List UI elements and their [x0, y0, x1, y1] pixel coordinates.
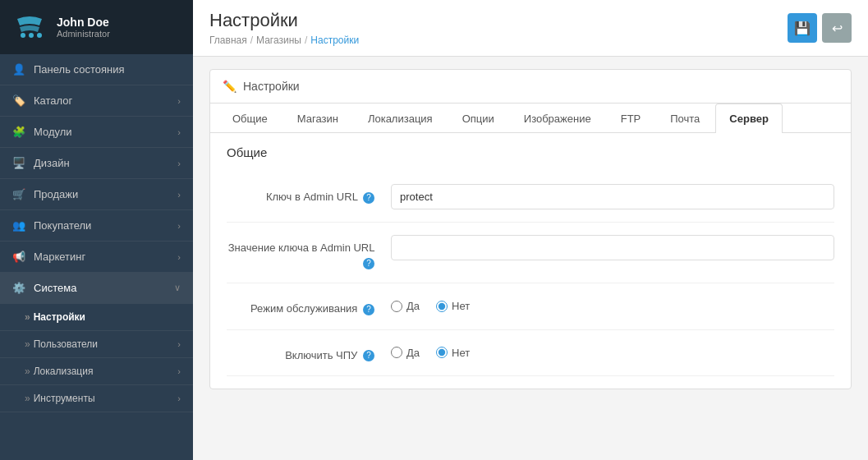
- help-icon-admin-url-key-value[interactable]: ?: [363, 258, 374, 269]
- panel-icon: 👤: [12, 63, 25, 76]
- sidebar-sub-item-localization[interactable]: »Локализация ›: [0, 358, 193, 385]
- save-icon: 💾: [794, 21, 811, 36]
- sidebar-item-panel[interactable]: 👤 Панель состояния: [0, 54, 193, 85]
- help-icon-maintenance[interactable]: ?: [363, 304, 374, 315]
- radio-seo-no[interactable]: Нет: [436, 347, 470, 359]
- tabs-bar: Общие Магазин Локализация Опции Изображе…: [210, 104, 851, 133]
- sidebar-label-catalog: Каталог: [34, 94, 72, 107]
- logo-icon: [12, 10, 47, 44]
- sidebar-item-design[interactable]: 🖥️ Дизайн ›: [0, 148, 193, 179]
- sub-label-settings: Настройки: [34, 311, 85, 323]
- radio-group-maintenance: Да Нет: [391, 296, 834, 312]
- radio-group-seo: Да Нет: [391, 343, 834, 359]
- user-name: John Doe: [57, 16, 110, 29]
- save-button[interactable]: 💾: [788, 13, 817, 43]
- form-row-admin-url-key-value: Значение ключа в Admin URL ?: [227, 223, 834, 283]
- tab-image[interactable]: Изображение: [510, 104, 605, 133]
- chevron-right-icon: ›: [177, 252, 181, 262]
- content-area: ✏️ Настройки Общие Магазин Локализация О…: [193, 57, 868, 460]
- chevron-right-icon: ›: [177, 221, 181, 231]
- section-title: Общие: [227, 145, 834, 159]
- sidebar-item-sales[interactable]: 🛒 Продажи ›: [0, 179, 193, 210]
- control-maintenance: Да Нет: [391, 296, 834, 312]
- settings-card: ✏️ Настройки Общие Магазин Локализация О…: [209, 69, 852, 389]
- sidebar-label-sales: Продажи: [34, 188, 78, 200]
- page-title: Настройки: [209, 10, 359, 31]
- breadcrumb-shops[interactable]: Магазины: [256, 34, 301, 46]
- breadcrumb-sep1: /: [250, 34, 253, 46]
- settings-card-title: Настройки: [243, 80, 300, 93]
- sidebar-header: John Doe Administrator: [0, 0, 193, 54]
- design-icon: 🖥️: [12, 157, 25, 169]
- tab-localization[interactable]: Локализация: [354, 104, 447, 133]
- tab-options[interactable]: Опции: [448, 104, 508, 133]
- sidebar-item-system[interactable]: ⚙️ Система ∨: [0, 273, 193, 304]
- tab-ftp[interactable]: FTP: [607, 104, 655, 133]
- back-icon: ↩: [832, 21, 843, 36]
- svg-point-1: [29, 33, 34, 38]
- input-admin-url-key[interactable]: [391, 184, 834, 209]
- radio-label-no: Нет: [452, 300, 470, 312]
- system-icon: ⚙️: [12, 282, 25, 294]
- sub-label-localization: Локализация: [34, 366, 94, 377]
- label-admin-url-key-value: Значение ключа в Admin URL ?: [227, 235, 391, 270]
- control-seo: Да Нет: [391, 343, 834, 359]
- radio-maintenance-yes[interactable]: Да: [391, 300, 420, 312]
- radio-input-seo-no[interactable]: [436, 347, 448, 358]
- tab-store[interactable]: Магазин: [283, 104, 352, 133]
- customers-icon: 👥: [12, 219, 25, 232]
- form-row-maintenance: Режим обслуживания ? Да Нет: [227, 283, 834, 329]
- chevron-right-icon: ›: [177, 393, 181, 403]
- sidebar-item-marketing[interactable]: 📢 Маркетинг ›: [0, 242, 193, 273]
- chevron-down-icon: ∨: [174, 283, 181, 293]
- radio-label-seo-yes: Да: [406, 347, 420, 359]
- radio-maintenance-no[interactable]: Нет: [436, 300, 470, 312]
- form-area: Общие Ключ в Admin URL ? Значение ключа …: [210, 133, 851, 389]
- form-row-admin-url-key: Ключ в Admin URL ?: [227, 172, 834, 223]
- chevron-right-icon: ›: [177, 190, 181, 200]
- radio-input-seo-yes[interactable]: [391, 347, 402, 358]
- sidebar-label-modules: Модули: [34, 126, 72, 138]
- svg-point-0: [21, 33, 25, 38]
- chevron-right-icon: ›: [177, 96, 181, 106]
- sub-label-users: Пользователи: [34, 338, 98, 350]
- top-actions: 💾 ↩: [788, 13, 852, 43]
- svg-point-2: [37, 33, 42, 38]
- user-info: John Doe Administrator: [57, 16, 110, 39]
- modules-icon: 🧩: [12, 126, 25, 138]
- sales-icon: 🛒: [12, 188, 25, 200]
- chevron-right-icon: ›: [177, 339, 181, 349]
- sidebar-label-panel: Панель состояния: [34, 63, 124, 76]
- tab-general[interactable]: Общие: [218, 104, 282, 133]
- tab-server[interactable]: Сервер: [715, 104, 783, 133]
- sidebar-sub-item-users[interactable]: »Пользователи ›: [0, 331, 193, 358]
- sidebar-label-system: Система: [34, 282, 76, 294]
- back-button[interactable]: ↩: [822, 13, 852, 43]
- tab-mail[interactable]: Почта: [656, 104, 714, 133]
- control-admin-url-key: [391, 184, 834, 209]
- help-icon-admin-url-key[interactable]: ?: [363, 192, 374, 204]
- help-icon-seo[interactable]: ?: [363, 350, 374, 361]
- breadcrumb-home[interactable]: Главная: [209, 34, 247, 46]
- sidebar-item-catalog[interactable]: 🏷️ Каталог ›: [0, 85, 193, 117]
- radio-input-maintenance-no[interactable]: [436, 301, 448, 312]
- sidebar-item-customers[interactable]: 👥 Покупатели ›: [0, 210, 193, 242]
- sidebar-sub-item-tools[interactable]: »Инструменты ›: [0, 385, 193, 412]
- radio-input-maintenance-yes[interactable]: [391, 301, 402, 312]
- breadcrumb: Главная / Магазины / Настройки: [209, 34, 359, 46]
- control-admin-url-key-value: [391, 235, 834, 260]
- input-admin-url-key-value[interactable]: [391, 235, 834, 260]
- sidebar-label-marketing: Маркетинг: [34, 251, 85, 263]
- sidebar-item-modules[interactable]: 🧩 Модули ›: [0, 117, 193, 148]
- pencil-icon: ✏️: [223, 80, 237, 93]
- top-header: Настройки Главная / Магазины / Настройки…: [193, 0, 868, 57]
- breadcrumb-current: Настройки: [310, 34, 359, 46]
- settings-card-header: ✏️ Настройки: [210, 70, 851, 104]
- sidebar-sub-item-settings[interactable]: »Настройки: [0, 304, 193, 331]
- main-content: Настройки Главная / Магазины / Настройки…: [193, 0, 868, 460]
- sidebar: John Doe Administrator 👤 Панель состояни…: [0, 0, 193, 460]
- catalog-icon: 🏷️: [12, 94, 25, 107]
- radio-seo-yes[interactable]: Да: [391, 347, 420, 359]
- marketing-icon: 📢: [12, 251, 25, 263]
- label-seo: Включить ЧПУ ?: [227, 343, 391, 363]
